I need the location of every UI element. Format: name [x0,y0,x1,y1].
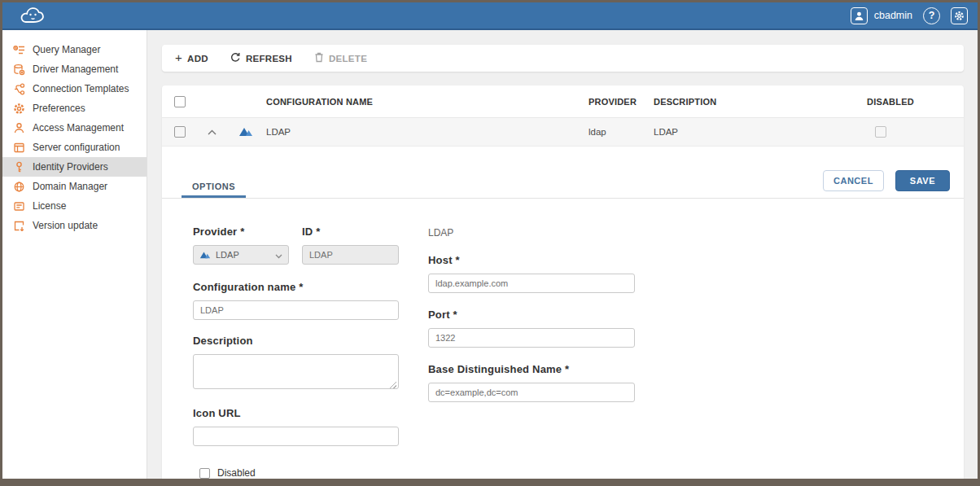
connection-templates-icon [13,83,25,95]
sidebar-item-server-configuration[interactable]: Server configuration [2,138,147,157]
sidebar-item-label: Driver Management [33,63,118,75]
sidebar-item-label: Identity Providers [33,161,108,173]
options-form: Provider * LDAP [162,199,964,479]
query-manager-icon [13,44,25,56]
base-dn-label: Base Distinguished Name * [428,363,635,375]
sidebar-item-connection-templates[interactable]: Connection Templates [2,79,147,99]
column-provider: PROVIDER [588,97,654,107]
sidebar-item-label: Version update [33,220,98,231]
preferences-gear-icon [13,103,25,115]
app-window: cbadmin ? Query Manager [0,0,980,486]
icon-url-field[interactable] [193,427,399,446]
delete-button-label: DELETE [329,54,367,63]
select-all-checkbox[interactable] [174,96,186,107]
add-button-label: ADD [187,54,208,63]
icon-url-label: Icon URL [193,407,399,419]
admin-sidebar: Query Manager Driver Management Connecti… [2,30,147,479]
tab-options[interactable]: OPTIONS [182,177,246,198]
sidebar-item-access-management[interactable]: Access Management [2,118,147,138]
providers-table-card: CONFIGURATION NAME PROVIDER DESCRIPTION … [162,85,964,479]
ldap-provider-icon [238,126,253,138]
sidebar-item-label: Server configuration [33,142,120,153]
sidebar-item-license[interactable]: License [2,196,147,216]
host-field[interactable] [428,274,635,293]
identity-providers-page: + ADD REFRESH DELET [147,30,978,479]
provider-editor: CANCEL SAVE OPTIONS Provider * [162,147,964,479]
save-button[interactable]: SAVE [895,170,950,191]
sidebar-item-label: Connection Templates [33,83,129,94]
toolbar: + ADD REFRESH DELET [162,45,964,72]
add-button[interactable]: + ADD [175,52,208,64]
cancel-button[interactable]: CANCEL [823,170,884,191]
configuration-name-label: Configuration name * [193,281,399,293]
description-label: Description [193,335,399,347]
id-label: ID * [302,225,399,238]
settings-gear-icon[interactable] [951,7,968,24]
cell-provider: ldap [588,127,654,137]
sidebar-item-query-manager[interactable]: Query Manager [2,40,147,59]
driver-management-icon [13,63,25,76]
description-field[interactable] [193,354,399,389]
plus-icon: + [175,51,182,63]
sidebar-item-label: Preferences [33,103,85,114]
refresh-button-label: REFRESH [246,54,292,63]
cloudbeaver-logo-icon [19,6,48,25]
sidebar-item-domain-manager[interactable]: Domain Manager [2,177,147,196]
refresh-icon [230,52,241,64]
table-header-row: CONFIGURATION NAME PROVIDER DESCRIPTION … [162,85,964,118]
help-glyph: ? [929,10,935,21]
base-dn-field[interactable] [428,383,635,402]
user-avatar-icon [851,7,868,24]
sidebar-item-preferences[interactable]: Preferences [2,99,147,118]
trash-icon [314,52,324,64]
identity-providers-key-icon [13,161,25,173]
sidebar-item-version-update[interactable]: Version update [2,216,147,235]
ldap-group-label: LDAP [428,227,635,239]
sidebar-item-label: Access Management [33,122,124,134]
sidebar-item-label: Query Manager [33,44,100,55]
disabled-checkbox-row: Disabled [199,467,399,479]
sidebar-item-driver-management[interactable]: Driver Management [2,59,147,79]
version-update-icon [13,220,25,232]
provider-select[interactable]: LDAP [193,245,289,265]
sidebar-item-label: License [33,200,66,212]
access-management-person-icon [13,122,25,134]
domain-manager-globe-icon [13,181,25,193]
table-row-ldap[interactable]: LDAP ldap LDAP [162,118,964,147]
configuration-name-field[interactable] [193,300,399,320]
row-select-checkbox[interactable] [174,126,186,138]
delete-button[interactable]: DELETE [314,52,367,64]
id-field[interactable] [302,245,399,265]
port-field[interactable] [428,328,635,348]
disabled-checkbox-label: Disabled [217,467,256,479]
help-icon[interactable]: ? [923,7,940,24]
window-bottom-frame [2,479,978,484]
user-menu[interactable]: cbadmin [851,7,912,24]
cell-configuration-name: LDAP [266,127,588,137]
disabled-checkbox[interactable] [199,468,210,479]
collapse-chevron-up-icon[interactable] [208,127,217,137]
topbar: cbadmin ? [2,2,978,30]
license-icon [13,200,25,212]
column-disabled: DISABLED [860,97,964,107]
sidebar-item-identity-providers[interactable]: Identity Providers [2,157,147,177]
provider-select-value: LDAP [216,250,270,260]
port-label: Port * [428,309,635,321]
provider-label: Provider * [193,225,289,238]
host-label: Host * [428,254,635,266]
column-description: DESCRIPTION [654,97,860,107]
refresh-button[interactable]: REFRESH [230,52,292,64]
chevron-down-icon [275,247,282,262]
server-configuration-icon [13,142,25,154]
cell-disabled-checkbox[interactable] [875,126,886,138]
sidebar-item-label: Domain Manager [33,181,107,192]
cell-description: LDAP [654,127,860,137]
ldap-provider-icon-small [199,247,211,262]
column-configuration-name: CONFIGURATION NAME [266,97,588,107]
username: cbadmin [874,10,912,21]
